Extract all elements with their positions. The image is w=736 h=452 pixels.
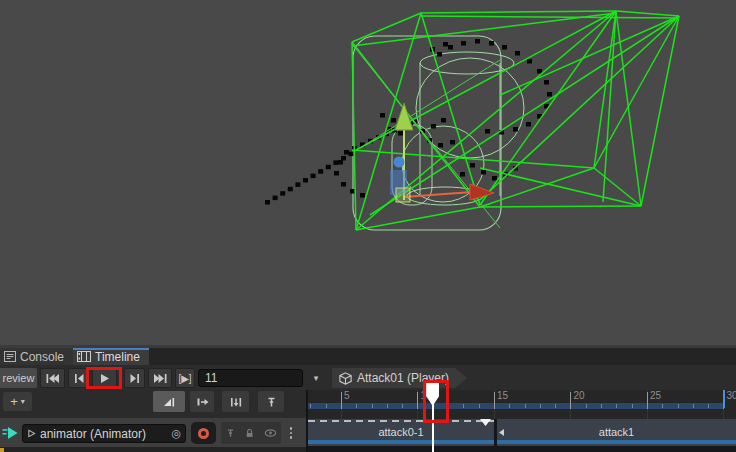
ruler-minor-tick xyxy=(678,404,679,408)
timeline-track-area[interactable]: 51015202530attack0-1attack1 xyxy=(308,390,736,452)
ruler-minor-tick xyxy=(356,404,357,408)
ruler-minor-tick xyxy=(479,404,480,408)
timeline-end-marker xyxy=(723,390,725,408)
ruler-minor-tick xyxy=(326,404,327,408)
unity-editor-window: Console Timeline review xyxy=(0,0,736,452)
clip-label: attack0-1 xyxy=(308,426,494,438)
highlight-playhead xyxy=(423,380,449,423)
go-to-end-button[interactable] xyxy=(148,368,172,388)
recording-dashes xyxy=(308,420,494,422)
track-name: animator (Animator) xyxy=(40,427,146,441)
step-forward-icon xyxy=(129,372,141,385)
track-list-background xyxy=(0,447,306,452)
ruler-minor-tick xyxy=(601,404,602,408)
pin-icon[interactable] xyxy=(225,427,236,439)
ruler-major-tick xyxy=(570,392,571,409)
animation-track-row[interactable]: animator (Animator) ◎ xyxy=(0,418,306,447)
timeline-body: + ▾ xyxy=(0,390,736,452)
cube-icon xyxy=(339,372,352,385)
below-clips-strip xyxy=(308,446,736,452)
ruler-minor-tick xyxy=(372,404,373,408)
ruler-minor-tick xyxy=(310,404,311,408)
clip-selection-bar xyxy=(308,440,494,444)
ruler-tick-label: 20 xyxy=(573,390,584,401)
ruler-minor-tick xyxy=(463,404,464,408)
ruler-band xyxy=(308,403,723,409)
ruler-minor-tick xyxy=(555,404,556,408)
timeline-icon xyxy=(77,351,91,362)
tab-console[interactable]: Console xyxy=(0,348,73,365)
ruler-minor-tick xyxy=(402,404,403,408)
replace-mode-button[interactable] xyxy=(222,391,249,412)
ruler-minor-tick xyxy=(387,404,388,408)
ruler-major-tick xyxy=(417,392,418,409)
mix-mode-button[interactable] xyxy=(153,391,185,412)
ruler-minor-tick xyxy=(662,404,663,408)
ruler-minor-tick xyxy=(509,404,510,408)
go-to-start-button[interactable] xyxy=(40,368,65,388)
mix-mode-icon xyxy=(162,396,176,408)
ruler-major-tick xyxy=(494,392,495,409)
skip-end-icon xyxy=(153,372,168,385)
ruler-major-tick xyxy=(341,392,342,409)
skip-start-icon xyxy=(45,372,60,385)
ruler-minor-tick xyxy=(616,404,617,408)
current-frame-input[interactable] xyxy=(198,369,303,387)
eye-icon[interactable] xyxy=(264,428,277,438)
console-icon xyxy=(4,351,16,362)
step-back-icon xyxy=(73,372,85,385)
preview-toggle-button[interactable]: review xyxy=(0,368,37,388)
scene-wireframe xyxy=(0,0,736,345)
marker-toggle-button[interactable] xyxy=(258,391,284,412)
play-range-button[interactable]: [▶] xyxy=(175,368,195,388)
animator-icon xyxy=(27,429,36,438)
frame-rate-dropdown[interactable]: ▾ xyxy=(306,368,326,388)
stray-marker xyxy=(0,448,4,452)
highlight-play-button xyxy=(86,367,122,389)
clip-label: attack1 xyxy=(497,426,736,438)
track-menu-button[interactable] xyxy=(286,424,296,442)
game-viewport[interactable] xyxy=(0,0,736,345)
ruler-minor-tick xyxy=(586,404,587,408)
lock-icon[interactable] xyxy=(244,427,255,439)
ruler-major-tick xyxy=(647,392,648,409)
ruler-minor-tick xyxy=(632,404,633,408)
ruler-tick-label: 30 xyxy=(726,390,736,401)
animator-object-field[interactable]: animator (Animator) ◎ xyxy=(22,424,186,443)
tab-console-label: Console xyxy=(20,350,64,364)
ruler-tick-label: 5 xyxy=(344,390,350,401)
ripple-mode-icon xyxy=(195,396,210,408)
tab-timeline-label: Timeline xyxy=(95,350,140,364)
plus-icon: + xyxy=(10,394,18,409)
ripple-mode-button[interactable] xyxy=(190,391,214,412)
clip-selection-bar xyxy=(497,440,736,444)
pin-icon xyxy=(265,396,278,408)
clip-ease-wedge xyxy=(480,419,491,426)
record-icon xyxy=(198,428,209,439)
ruler-minor-tick xyxy=(540,404,541,408)
ruler-tick-label: 25 xyxy=(650,390,661,401)
animation-track-icon xyxy=(2,426,19,440)
clip-attack0-1[interactable]: attack0-1 xyxy=(308,419,494,446)
tab-timeline[interactable]: Timeline xyxy=(73,348,149,365)
next-frame-button[interactable] xyxy=(124,368,145,388)
ruler-minor-tick xyxy=(708,404,709,408)
track-header-column: + ▾ xyxy=(0,390,306,452)
replace-mode-icon xyxy=(229,396,243,408)
record-button[interactable] xyxy=(191,422,216,444)
panel-tab-bar: Console Timeline xyxy=(0,348,736,365)
ruler-minor-tick xyxy=(525,404,526,408)
track-toggle-group xyxy=(221,422,281,444)
clip-attack1[interactable]: attack1 xyxy=(497,419,736,446)
ruler-tick-label: 15 xyxy=(497,390,508,401)
ruler-minor-tick xyxy=(693,404,694,408)
add-track-button[interactable]: + ▾ xyxy=(3,392,32,411)
object-picker-icon[interactable]: ◎ xyxy=(171,427,181,440)
chevron-down-icon: ▾ xyxy=(21,397,25,406)
